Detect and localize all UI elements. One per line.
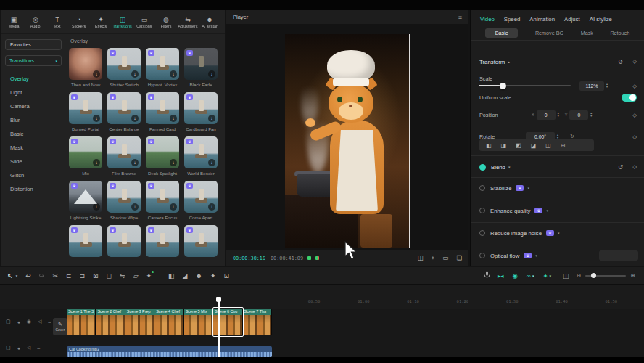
chevron-up-icon[interactable]: ▴ (508, 60, 510, 64)
player-menu-icon[interactable]: ≡ (458, 14, 462, 21)
tab-speed[interactable]: Speed (504, 16, 521, 23)
timeline-clip-scene-5-mix[interactable]: Scene 5 Mix (184, 309, 213, 335)
transition-item-deck-spotlight[interactable]: ♛↓Deck Spotlight (146, 136, 179, 176)
align-center-h-icon[interactable]: ◨ (501, 142, 507, 149)
align-right-icon[interactable]: ◩ (516, 142, 521, 149)
keyframe-icon[interactable]: ◇ (632, 112, 637, 118)
transition-item-lightning-strike[interactable]: ♛↓Lightning Strike (69, 181, 102, 220)
position-x-stepper[interactable]: ▴ ▾ (558, 112, 559, 118)
top-tab-transitions[interactable]: ◫Transitions (112, 16, 133, 28)
transition-item-fanned-card[interactable]: ♛↓Fanned Card (146, 92, 179, 131)
chevron-down-icon[interactable]: ▾ (558, 231, 560, 235)
delete-icon[interactable]: ⊠ (93, 272, 99, 280)
category-camera[interactable]: Camera (5, 99, 62, 113)
top-tab-effects[interactable]: ✦Effects (90, 16, 112, 28)
track-collapse-icon[interactable]: – (37, 346, 40, 351)
tab-ai-stylize[interactable]: AI stylize (590, 16, 612, 23)
tab-adjust[interactable]: Adjust (564, 16, 580, 23)
top-tab-stickers[interactable]: ◔Stickers (68, 16, 90, 28)
transition-item-partial[interactable]: ♛ (107, 225, 141, 257)
transition-item-mix[interactable]: ♛↓Mix (69, 136, 102, 176)
blend-checkbox-icon[interactable] (479, 164, 486, 171)
checkbox-circle-icon[interactable] (479, 185, 485, 191)
top-tab-adjustment[interactable]: ⇋Adjustment (177, 16, 199, 28)
transition-item-film-browse[interactable]: ♛↓Film Browse (107, 136, 141, 176)
uniform-scale-toggle[interactable] (622, 94, 637, 102)
timeline-clip-scene-3-prep[interactable]: Scene 3 Prep (125, 309, 154, 335)
zoom-slider-knob[interactable] (591, 273, 596, 278)
freeze-frame-icon[interactable]: ◻ (107, 272, 112, 280)
transition-item-partial[interactable]: ♛ (184, 225, 218, 257)
reset-icon[interactable]: ↺ (618, 58, 623, 65)
track-collapse-icon[interactable]: – (48, 319, 51, 325)
tab-video[interactable]: Video (480, 16, 495, 23)
zoom-in-icon[interactable]: ⊕ (630, 272, 635, 279)
stepper-down-icon[interactable]: ▾ (606, 86, 608, 89)
cover-button[interactable]: ✎ Cover (53, 318, 67, 335)
portrait-tool-icon[interactable]: ☻ (196, 272, 202, 280)
transition-item-shadow-wipe[interactable]: ♛↓Shadow Wipe (107, 181, 141, 220)
transition-item-center-enlarge[interactable]: ♛↓Center Enlarge (107, 92, 141, 131)
select-tool-icon[interactable]: ↖ (7, 272, 13, 280)
preview-axis-icon[interactable]: ▸◂ (498, 272, 504, 280)
category-mask[interactable]: Mask (5, 141, 62, 155)
zoom-out-icon[interactable]: ⊖ (577, 272, 582, 279)
fullscreen-icon[interactable]: ❏ (456, 254, 462, 262)
subtab-remove-bg[interactable]: Remove BG (535, 30, 564, 36)
timeline-ruler[interactable]: 00:5001:0001:1001:2001:3001:4001:50 (0, 285, 644, 309)
position-y-stepper[interactable]: ▴ ▾ (590, 112, 592, 118)
top-tab-media[interactable]: ▣Media (3, 16, 25, 28)
reverse-icon[interactable]: ⇋ (120, 272, 125, 280)
transition-item-then-and-now[interactable]: ↓Then and Now (69, 48, 102, 87)
chevron-down-icon[interactable]: ▾ (546, 208, 548, 213)
ai-tools-icon[interactable]: ✦ (146, 272, 152, 280)
transition-item-hypnot-vortex[interactable]: ♛↓Hypnot..Vortex (146, 48, 179, 87)
top-tab-filters[interactable]: ◍Filters (155, 16, 177, 28)
subtab-basic[interactable]: Basic (485, 28, 519, 38)
transition-item-world-bender[interactable]: ♛↓World Bender (184, 136, 218, 176)
zoom-fit-icon[interactable]: ⌖ (432, 254, 435, 262)
stepper-down-icon[interactable]: ▾ (558, 115, 559, 118)
transition-item-cardboard-fan[interactable]: ♛↓Cardboard Fan (184, 92, 218, 131)
transitions-group-select[interactable]: Transitions ▾ (5, 55, 62, 66)
subtab-mask[interactable]: Mask (581, 30, 593, 36)
chevron-down-icon[interactable]: ▾ (508, 165, 511, 169)
category-basic[interactable]: Basic (5, 127, 62, 141)
keyframe-icon[interactable]: ◇ (632, 83, 637, 89)
track-hide-icon[interactable]: ◉ (27, 319, 31, 325)
chevron-down-icon[interactable]: ▾ (527, 186, 529, 190)
undo-icon[interactable]: ↩ (25, 272, 31, 280)
snapshot-icon[interactable]: ⊡ (224, 272, 230, 280)
transition-item-shutter-switch[interactable]: ♛↓Shutter Switch (107, 48, 141, 87)
microphone-icon[interactable] (484, 269, 490, 282)
magic-wand-icon[interactable]: ✦ (210, 272, 216, 280)
transition-item-camera-focus[interactable]: ♛↓Camera Focus (146, 181, 179, 220)
scale-value[interactable]: 112% (579, 81, 604, 91)
favorites-box[interactable]: Favorites (5, 39, 62, 50)
stepper-down-icon[interactable]: ▾ (590, 115, 592, 118)
align-middle-icon[interactable]: ◫ (545, 142, 551, 149)
slider-knob[interactable] (500, 83, 506, 89)
redo-icon[interactable]: ↪ (39, 272, 45, 280)
rotate-dial-icon[interactable]: ↻ (570, 134, 574, 139)
track-enable-icon[interactable]: ▢ (6, 319, 11, 325)
timeline-zoom-slider[interactable] (585, 275, 626, 277)
category-distortion[interactable]: Distortion (5, 182, 62, 196)
trim-right-icon[interactable]: ⊐ (80, 272, 86, 280)
category-light[interactable]: Light (5, 86, 62, 99)
rotate-stepper[interactable]: ▴ ▾ (557, 134, 558, 139)
timeline-clip-scene-7-tha[interactable]: Scene 7 Tha (243, 309, 272, 335)
transition-item-black-fade[interactable]: ♛↓Black Fade (184, 48, 218, 87)
transition-item-burned-portal[interactable]: ♛↓Burned Portal (69, 92, 102, 131)
chevron-down-icon[interactable]: ▾ (535, 253, 537, 258)
magnetic-snap-icon[interactable]: ◉ (512, 272, 517, 280)
video-preview[interactable] (285, 34, 410, 248)
top-tab-captions[interactable]: ▭Captions (133, 16, 155, 28)
split-icon[interactable]: ✂ (52, 272, 58, 280)
auto-link-icon[interactable]: ∞▾ (527, 272, 534, 280)
keyframe-icon[interactable]: ◇ (632, 134, 637, 140)
checkbox-circle-icon[interactable] (479, 253, 485, 258)
checkbox-circle-icon[interactable] (479, 230, 485, 236)
audio-tool-icon[interactable]: ◢ (183, 272, 188, 280)
category-blur[interactable]: Blur (5, 113, 62, 127)
